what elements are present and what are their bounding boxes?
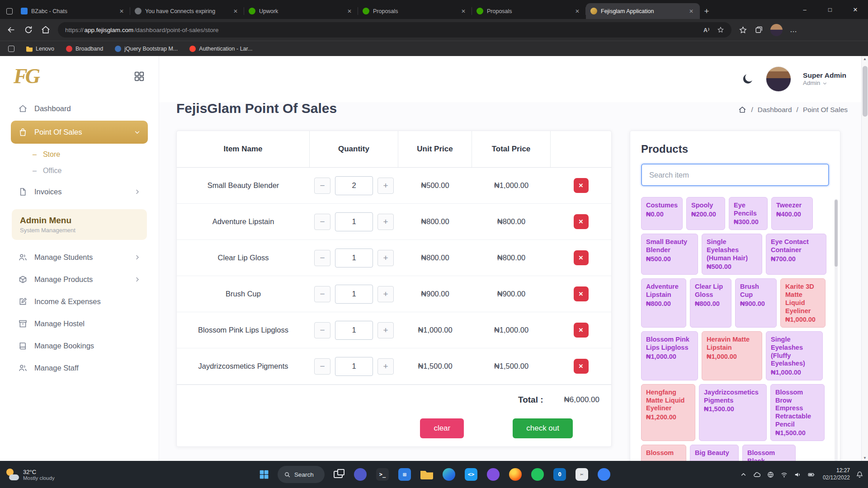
- add-favorite-icon[interactable]: [717, 26, 724, 33]
- browser-tab[interactable]: Proposals ✕: [358, 3, 472, 19]
- product-card[interactable]: Adventure Lipstain₦800.00: [641, 278, 686, 328]
- sidebar-subitem-store[interactable]: Store: [26, 146, 148, 163]
- notifications-icon[interactable]: [856, 471, 863, 479]
- bookmark-item[interactable]: Authentication - Lar...: [189, 46, 252, 52]
- product-card[interactable]: Single Eyelashes (Human Hair)₦500.00: [702, 234, 762, 275]
- product-card[interactable]: Blossom: [641, 445, 686, 461]
- product-card[interactable]: Karite 3D Matte Liquid Eyeliner₦1,000.00: [780, 278, 826, 328]
- taskbar-clock[interactable]: 12:27 02/12/2022: [823, 467, 850, 481]
- sidebar-item-dashboard[interactable]: Dashboard: [11, 99, 148, 119]
- sidebar-item-invoices[interactable]: Invoices: [11, 182, 148, 202]
- tray-chevron-up-icon[interactable]: [740, 471, 747, 479]
- page-scrollbar[interactable]: ▲ ▼: [861, 56, 868, 461]
- qty-input[interactable]: [335, 321, 373, 340]
- snipping-tool-icon[interactable]: ✂: [573, 466, 590, 483]
- terminal-icon[interactable]: >_: [374, 466, 391, 483]
- file-explorer-icon[interactable]: [418, 466, 435, 483]
- browser-tab[interactable]: BZabc - Chats ✕: [16, 3, 130, 19]
- new-tab-button[interactable]: +: [700, 4, 713, 19]
- qty-decrease-button[interactable]: −: [314, 322, 330, 338]
- remove-item-button[interactable]: ✕: [574, 178, 589, 193]
- qty-decrease-button[interactable]: −: [314, 358, 330, 375]
- blue-app-icon[interactable]: [595, 466, 613, 483]
- remove-item-button[interactable]: ✕: [574, 359, 589, 374]
- scroll-up-icon[interactable]: ▲: [863, 57, 867, 61]
- product-card[interactable]: Blossom Brow Empress Retractable Pencil₦…: [770, 384, 825, 441]
- home-icon[interactable]: [41, 25, 51, 35]
- firefox-icon[interactable]: [507, 466, 524, 483]
- menu-grid-icon[interactable]: [133, 70, 145, 82]
- sidebar-subitem-office[interactable]: Office: [26, 163, 148, 179]
- dark-mode-icon[interactable]: [741, 73, 754, 85]
- products-scrollbar-thumb[interactable]: [835, 200, 838, 267]
- vscode-icon[interactable]: <>: [462, 466, 480, 483]
- tab-close-icon[interactable]: ✕: [345, 7, 354, 15]
- tab-close-icon[interactable]: ✕: [459, 7, 467, 15]
- qty-input[interactable]: [335, 285, 373, 304]
- bookmark-item[interactable]: jQuery Bootstrap M...: [115, 46, 178, 52]
- product-card[interactable]: Spooly₦200.00: [686, 197, 725, 230]
- qty-decrease-button[interactable]: −: [314, 214, 330, 230]
- qty-input[interactable]: [335, 357, 373, 376]
- browser-profile-avatar[interactable]: [770, 24, 783, 36]
- fejisglam-logo[interactable]: FG: [14, 66, 38, 87]
- qty-increase-button[interactable]: +: [377, 286, 394, 302]
- start-button[interactable]: [255, 466, 273, 483]
- browser-menu-icon[interactable]: …: [790, 26, 797, 34]
- bookmark-page-icon[interactable]: [8, 46, 14, 52]
- browser-tab[interactable]: Proposals ✕: [472, 3, 586, 19]
- home-icon[interactable]: [738, 106, 746, 114]
- qty-input[interactable]: [335, 212, 373, 231]
- product-card[interactable]: Blossom Black: [742, 445, 796, 461]
- window-minimize-button[interactable]: –: [792, 0, 817, 19]
- product-card[interactable]: Jaydrizcosmetics Pigments₦1,500.00: [699, 384, 767, 441]
- taskbar-search[interactable]: Search: [278, 466, 325, 483]
- volume-icon[interactable]: [794, 471, 802, 479]
- product-card[interactable]: Eye Contact Container₦700.00: [766, 234, 826, 275]
- qty-decrease-button[interactable]: −: [314, 286, 330, 302]
- url-field[interactable]: https://app.fejisglam.com/dashboard/poin…: [58, 22, 731, 38]
- qty-increase-button[interactable]: +: [377, 358, 394, 375]
- taskbar-weather[interactable]: 32°C Mostly cloudy: [5, 468, 55, 481]
- product-search-input[interactable]: [641, 164, 829, 186]
- page-scrollbar-thumb[interactable]: [863, 66, 868, 117]
- user-menu[interactable]: Super Admin Admin: [803, 71, 846, 87]
- browser-tab-active[interactable]: Fejisglam Application ✕: [586, 3, 700, 19]
- remove-item-button[interactable]: ✕: [574, 214, 589, 229]
- wifi-icon[interactable]: [780, 471, 788, 479]
- onedrive-cloud-icon[interactable]: [753, 471, 761, 479]
- network-globe-icon[interactable]: [767, 471, 774, 479]
- product-card[interactable]: Blossom Pink Lips Lipgloss₦1,000.00: [641, 331, 698, 380]
- breadcrumb-dashboard[interactable]: Dashboard: [758, 106, 792, 114]
- qty-input[interactable]: [335, 249, 373, 267]
- product-card[interactable]: Brush Cup₦900.00: [735, 278, 777, 328]
- window-maximize-button[interactable]: □: [817, 0, 843, 19]
- qty-increase-button[interactable]: +: [377, 178, 394, 194]
- tab-workspaces-icon[interactable]: [3, 4, 16, 19]
- refresh-icon[interactable]: [24, 25, 33, 35]
- product-card[interactable]: Heravin Matte Lipstain₦1,000.00: [702, 331, 762, 380]
- task-view-icon[interactable]: [330, 466, 347, 483]
- remove-item-button[interactable]: ✕: [574, 323, 589, 338]
- qty-increase-button[interactable]: +: [377, 322, 394, 338]
- collections-icon[interactable]: [755, 26, 763, 34]
- product-card[interactable]: Hengfang Matte Liquid Eyeliner₦1,200.00: [641, 384, 695, 441]
- window-close-button[interactable]: ✕: [843, 0, 868, 19]
- green-app-icon[interactable]: [529, 466, 546, 483]
- sidebar-item-manage-staff[interactable]: Manage Staff: [11, 357, 148, 379]
- battery-icon[interactable]: [807, 471, 815, 479]
- teams-icon[interactable]: [352, 466, 369, 483]
- sidebar-item-manage-products[interactable]: Manage Products: [11, 268, 148, 291]
- qty-increase-button[interactable]: +: [377, 214, 394, 230]
- qty-decrease-button[interactable]: −: [314, 178, 330, 194]
- tab-close-icon[interactable]: ✕: [231, 7, 240, 15]
- product-card[interactable]: Single Eyelashes (Fluffy Eyelashes)₦1,00…: [766, 331, 823, 380]
- edge-icon[interactable]: [440, 466, 458, 483]
- product-card[interactable]: Clear Lip Gloss₦800.00: [690, 278, 731, 328]
- bookmark-item[interactable]: Broadband: [66, 46, 103, 52]
- browser-tab[interactable]: You have Connects expiring ✕: [130, 3, 244, 19]
- outlook-icon[interactable]: O: [551, 466, 568, 483]
- product-card[interactable]: Tweezer₦400.00: [771, 197, 813, 230]
- tab-close-icon[interactable]: ✕: [118, 7, 126, 15]
- favorites-icon[interactable]: [739, 26, 747, 34]
